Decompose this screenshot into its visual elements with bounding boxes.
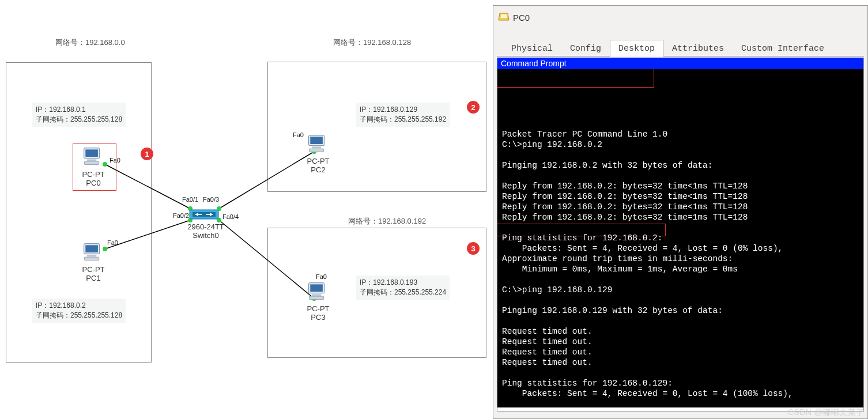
pc0-config-window: PC0 Physical Config Desktop Attributes C… <box>493 5 868 419</box>
link-dot <box>103 247 107 251</box>
net-label-1: 网络号：192.168.0.128 <box>333 37 411 48</box>
pc2-port: Fa0 <box>293 131 304 138</box>
net-label-2: 网络号：192.168.0.192 <box>348 216 426 227</box>
svg-rect-14 <box>312 147 321 149</box>
sw-port-1: Fa0/1 <box>182 196 198 203</box>
tab-custom-interface[interactable]: Custom Interface <box>733 40 833 56</box>
ip-info-pc0: IP：192.168.0.1 子网掩码：255.255.255.128 <box>32 103 126 127</box>
annotation-marker-1: 1 <box>141 148 153 160</box>
ip-line: IP：192.168.0.2 <box>36 301 122 311</box>
svg-rect-11 <box>85 257 99 260</box>
sw-port-2: Fa0/2 <box>173 212 189 219</box>
pc-icon <box>498 12 510 23</box>
switch-label: 2960-24TT Switch0 <box>180 222 232 240</box>
command-prompt-title: Command Prompt <box>497 58 863 69</box>
pc1-icon[interactable] <box>82 242 103 263</box>
ip-line: IP：192.168.0.129 <box>360 105 446 115</box>
pc0-port: Fa0 <box>110 157 120 164</box>
ip-info-pc2: IP：192.168.0.129 子网掩码：255.255.255.192 <box>356 103 450 127</box>
sw-port-3: Fa0/3 <box>203 196 219 203</box>
mask-line: 子网掩码：255.255.255.192 <box>360 115 446 124</box>
window-title-bar[interactable]: PC0 <box>493 6 867 29</box>
mask-line: 子网掩码：255.255.255.224 <box>360 288 446 297</box>
pc0-label: PC-PT PC0 <box>76 170 111 187</box>
pc1-port: Fa0 <box>107 239 118 246</box>
ping-cmd-highlight-1 <box>497 69 654 88</box>
svg-rect-5 <box>85 149 98 157</box>
tab-desktop[interactable]: Desktop <box>610 40 663 56</box>
pc3-label: PC-PT PC3 <box>301 304 335 322</box>
mask-line: 子网掩码：255.255.255.128 <box>36 115 122 124</box>
svg-rect-7 <box>85 161 99 164</box>
svg-rect-9 <box>85 245 98 252</box>
net-label-0: 网络号：192.168.0.0 <box>55 37 125 48</box>
desktop-panel: Command Prompt Packet Tracer PC Command … <box>497 58 864 412</box>
tab-bar: Physical Config Desktop Attributes Custo… <box>497 38 864 56</box>
ip-line: IP：192.168.0.193 <box>360 278 446 288</box>
pc3-port: Fa0 <box>316 273 327 280</box>
svg-rect-19 <box>310 296 324 299</box>
net-box-1 <box>267 62 486 192</box>
tab-config[interactable]: Config <box>561 40 610 56</box>
pc2-label: PC-PT PC2 <box>301 157 335 174</box>
ping-cmd-highlight-2 <box>497 224 666 236</box>
pc2-icon[interactable] <box>307 134 327 154</box>
pc3-icon[interactable] <box>307 281 327 302</box>
svg-rect-6 <box>87 160 96 161</box>
svg-rect-13 <box>310 137 323 144</box>
svg-rect-23 <box>501 14 507 18</box>
svg-rect-18 <box>312 295 321 296</box>
pc1-label: PC-PT PC1 <box>76 265 111 282</box>
svg-rect-15 <box>310 149 324 152</box>
command-prompt-output[interactable]: Packet Tracer PC Command Line 1.0 C:\>pi… <box>497 69 863 407</box>
network-topology: 网络号：192.168.0.0 网络号：192.168.0.128 网络号：19… <box>0 0 493 419</box>
sw-port-4: Fa0/4 <box>222 213 239 220</box>
ip-info-pc1: IP：192.168.0.2 子网掩码：255.255.255.128 <box>32 299 126 323</box>
annotation-marker-3: 3 <box>467 242 480 255</box>
annotation-marker-2: 2 <box>467 101 480 114</box>
pc0-icon[interactable] <box>82 146 103 167</box>
switch-icon[interactable] <box>189 206 219 222</box>
tab-physical[interactable]: Physical <box>503 40 561 56</box>
tab-attributes[interactable]: Attributes <box>663 40 733 56</box>
window-title: PC0 <box>513 13 530 22</box>
svg-rect-10 <box>87 255 96 257</box>
mask-line: 子网掩码：255.255.255.128 <box>36 311 122 320</box>
svg-rect-17 <box>310 284 323 292</box>
ip-line: IP：192.168.0.1 <box>36 105 122 115</box>
ip-info-pc3: IP：192.168.0.193 子网掩码：255.255.255.224 <box>356 275 450 300</box>
